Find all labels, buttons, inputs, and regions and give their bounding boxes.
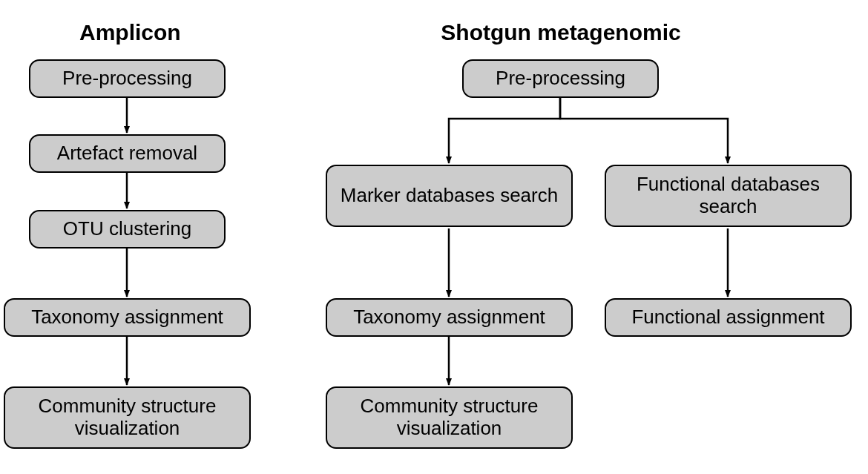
node-amp-otu: OTU clustering <box>29 210 226 248</box>
node-sg-community: Community structure visualization <box>326 386 573 449</box>
node-sg-marker: Marker databases search <box>326 165 573 227</box>
node-sg-functional-assign: Functional assignment <box>605 298 852 337</box>
node-amp-taxonomy: Taxonomy assignment <box>4 298 251 337</box>
node-sg-preprocessing: Pre-processing <box>462 59 659 98</box>
heading-amplicon: Amplicon <box>79 20 176 45</box>
node-sg-functional-db: Functional databases search <box>605 165 852 227</box>
node-amp-preprocessing: Pre-processing <box>29 59 226 98</box>
node-amp-community: Community structure visualization <box>4 386 251 449</box>
node-amp-artefact: Artefact removal <box>29 134 226 173</box>
heading-shotgun: Shotgun metagenomic <box>438 20 683 45</box>
node-sg-taxonomy: Taxonomy assignment <box>326 298 573 337</box>
